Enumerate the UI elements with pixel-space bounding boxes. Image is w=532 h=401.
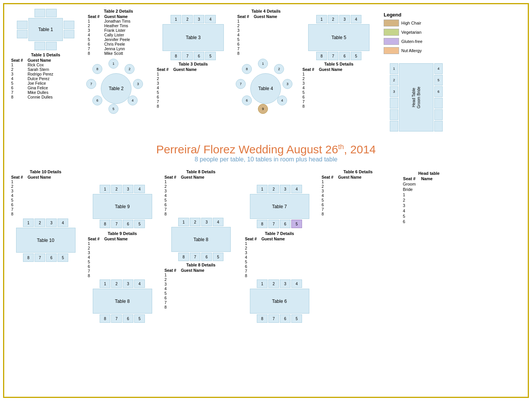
table-row: 7 bbox=[162, 300, 207, 305]
table-row: 7 bbox=[319, 207, 364, 212]
t1-seat-right-2 bbox=[64, 30, 74, 38]
table3-col: 1 2 3 4 Table 3 8 7 6 5 Table 3 Details … bbox=[153, 7, 233, 133]
head-v-rseat-1: 4 bbox=[434, 63, 443, 74]
table3-detail-title: Table 3 Details bbox=[154, 62, 232, 66]
head-table-label1: Head Table bbox=[412, 88, 416, 107]
t3-seat-top-3: 3 bbox=[194, 15, 204, 23]
legend-title: Legend bbox=[384, 12, 440, 18]
table-row: 2 bbox=[300, 76, 345, 81]
table-row: 4 bbox=[319, 193, 364, 198]
table-row: 2Sarah Stern bbox=[9, 67, 56, 72]
table8-detail-title: Table 8 Details bbox=[162, 169, 240, 174]
table-row: 3 bbox=[235, 28, 279, 33]
t2-seat-2: 2 bbox=[125, 64, 135, 74]
table-row: 2 bbox=[162, 277, 207, 282]
table-row: 7 bbox=[9, 207, 53, 212]
table4-details: Table 4 Details Seat #Guest Name 1 2 3 4… bbox=[235, 9, 297, 56]
table-row: 2Heather Tims bbox=[85, 23, 133, 28]
t4-seat-9: 9 bbox=[258, 104, 268, 114]
table-row: 3Frank Lister bbox=[85, 28, 133, 33]
table7-top-body: Table 7 bbox=[250, 194, 309, 219]
table5-detail-title: Table 5 Details bbox=[300, 62, 378, 66]
table-row: 1 bbox=[85, 241, 130, 246]
table5-body: Table 5 bbox=[308, 24, 369, 51]
table2-col: Table 2 Details Seat #Guest Name 1Jonath… bbox=[84, 7, 153, 133]
table-row: 5 bbox=[300, 90, 345, 95]
t3-seat-bot-3: 6 bbox=[194, 52, 204, 60]
head-col-seats: 1 2 3 bbox=[390, 63, 398, 131]
legend-col: Legend High Chair Vegetarian Gluten-free… bbox=[379, 7, 444, 133]
table-row: 7 bbox=[243, 269, 287, 273]
table-row: 1 bbox=[300, 72, 345, 76]
table-row: 5 bbox=[154, 90, 199, 95]
table-row: 6Gina Felice bbox=[9, 85, 56, 90]
table4-col: Table 4 Details Seat #Guest Name 1 2 3 4… bbox=[233, 7, 299, 133]
table-row: 4Dulce Perez bbox=[9, 76, 56, 81]
table-row: 7 bbox=[235, 46, 279, 51]
table4-diagram: Table 4 1 2 3 4 9 6 7 8 bbox=[235, 58, 296, 119]
table-row: 6 bbox=[401, 219, 435, 224]
head-v-rseat-6 bbox=[434, 121, 443, 131]
table-row: 1Jonathan Tims bbox=[85, 19, 133, 23]
table-row: 3 bbox=[162, 282, 207, 286]
table10-diagram: 1 2 3 4 Table 10 8 7 6 5 bbox=[9, 219, 82, 262]
t3-seat-top-2: 2 bbox=[182, 15, 193, 23]
table8-top-body: Table 8 bbox=[171, 227, 231, 252]
table-row: 7Mike Dulles bbox=[9, 90, 56, 95]
table9-body-bot: Table 8 bbox=[93, 289, 152, 314]
table7-col: 1 2 3 4 Table 7 8 7 6 5 Table 7 Details … bbox=[241, 168, 318, 324]
center-title: Perreira/ Florez Wedding August 26th, 20… bbox=[7, 139, 525, 165]
table-row: 7Jenna Lynn bbox=[85, 46, 133, 51]
t1-seat-left-2 bbox=[17, 30, 28, 38]
t5-seat-bot-2: 7 bbox=[328, 52, 338, 60]
table8-detail-title-bot: Table 8 Details bbox=[162, 263, 240, 267]
table9-top-diagram: 1 2 3 4 Table 9 8 7 6 5 bbox=[85, 185, 159, 228]
table2-details: Table 2 Details Seat #Guest Name 1Jonath… bbox=[85, 9, 151, 56]
table-row: 6 bbox=[300, 95, 345, 99]
table-row: 4 bbox=[162, 286, 207, 291]
table-row: 1Rick Cox bbox=[9, 62, 56, 67]
head-v-seat-3: 3 bbox=[390, 86, 398, 97]
table-row: 6 bbox=[162, 202, 207, 207]
head-v-seat-4 bbox=[390, 98, 398, 108]
t5-seat-bot-3: 6 bbox=[339, 52, 350, 60]
t2-seat-1: 1 bbox=[108, 59, 118, 69]
table-row: 2 bbox=[235, 23, 279, 28]
table-row: 1 bbox=[243, 241, 287, 246]
table-row: 2 bbox=[319, 184, 364, 189]
table-row: 1 bbox=[162, 179, 207, 184]
t1-seat-top-2 bbox=[46, 9, 57, 17]
table-row: 8Connie Dulles bbox=[9, 95, 56, 99]
table-row: 2 bbox=[243, 246, 287, 250]
t1-seat-top-1 bbox=[34, 9, 45, 17]
table6-col: Table 6 Details Seat #Guest Name 1 2 3 4… bbox=[318, 168, 398, 324]
table-row: 4 bbox=[162, 193, 207, 198]
table-row: 8 bbox=[235, 51, 279, 56]
t3-seat-bot-4: 5 bbox=[205, 52, 216, 60]
table9-details: Table 9 Details Seat #Guest Name 1 2 3 4… bbox=[85, 231, 159, 278]
table-row: 6 bbox=[85, 264, 130, 269]
top-section: Table 1 Table 1 Details Seat #Guest Name… bbox=[7, 7, 525, 136]
table-row: 3 bbox=[154, 81, 199, 85]
table-row: 8 bbox=[154, 104, 199, 108]
legend-box: Legend High Chair Vegetarian Gluten-free… bbox=[381, 9, 443, 59]
table-row: 5Jennifer Peele bbox=[85, 37, 133, 42]
table1-body: Table 1 bbox=[28, 18, 63, 41]
table5-details: Table 5 Details Seat #Guest Name 1 2 3 4… bbox=[300, 62, 378, 108]
legend-item-nutallergy: Nut Allergy bbox=[384, 47, 440, 54]
table4-detail-title: Table 4 Details bbox=[235, 9, 297, 13]
legend-color-nutallergy bbox=[384, 47, 399, 54]
table8-details-bot: Table 8 Details Seat #Guest Name 1 2 3 4… bbox=[162, 263, 240, 309]
table6-bot-body: Table 6 bbox=[250, 289, 309, 314]
t2-seat-4: 4 bbox=[128, 95, 138, 105]
table-row: 6 bbox=[235, 42, 279, 46]
guest-col-header: Guest Name bbox=[102, 14, 133, 19]
table10-detail-title: Table 10 Details bbox=[9, 169, 82, 174]
table-row: 2 bbox=[401, 198, 435, 202]
t3-seat-top-1: 1 bbox=[171, 15, 181, 23]
table3-body: Table 3 bbox=[163, 24, 224, 51]
t1-seat-bot-1 bbox=[34, 42, 45, 50]
table-row: 5 bbox=[162, 291, 207, 296]
table6-details: Table 6 Details Seat #Guest Name 1 2 3 4… bbox=[319, 169, 397, 216]
table-row: Bride bbox=[401, 187, 435, 192]
